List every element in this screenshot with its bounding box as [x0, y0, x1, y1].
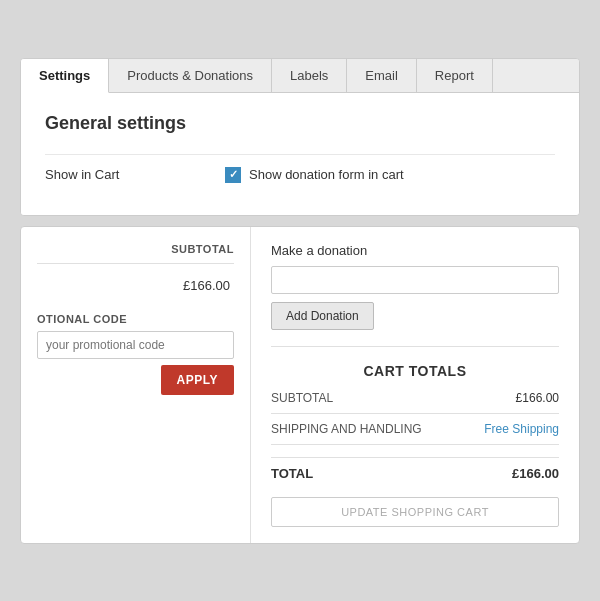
tab-email[interactable]: Email [347, 59, 417, 92]
total-row: TOTAL £166.00 [271, 457, 559, 489]
total-label: TOTAL [271, 466, 313, 481]
settings-panel: Settings Products & Donations Labels Ema… [20, 58, 580, 216]
shipping-value: Free Shipping [484, 422, 559, 436]
tabs-bar: Settings Products & Donations Labels Ema… [21, 59, 579, 93]
donation-section: Make a donation Add Donation [271, 243, 559, 347]
update-cart-button[interactable]: UPDATE SHOPPING CART [271, 497, 559, 527]
subtotal-totals-row: SUBTOTAL £166.00 [271, 391, 559, 414]
tab-report[interactable]: Report [417, 59, 493, 92]
add-donation-button[interactable]: Add Donation [271, 302, 374, 330]
cart-totals-title: CART TOTALS [271, 363, 559, 379]
promo-label: OTIONAL CODE [37, 313, 234, 325]
apply-button[interactable]: APPLY [161, 365, 234, 395]
panel-content: General settings Show in Cart Show donat… [21, 93, 579, 215]
shipping-row: SHIPPING AND HANDLING Free Shipping [271, 422, 559, 445]
promo-section: OTIONAL CODE APPLY [37, 313, 234, 395]
tab-labels[interactable]: Labels [272, 59, 347, 92]
show-in-cart-row: Show in Cart Show donation form in cart [45, 154, 555, 195]
subtotal-amount: £166.00 [37, 278, 234, 293]
page-wrapper: Settings Products & Donations Labels Ema… [20, 58, 580, 544]
cart-preview-panel: SUBTOTAL £166.00 OTIONAL CODE APPLY Make… [20, 226, 580, 544]
subtotal-row-label: SUBTOTAL [271, 391, 333, 405]
donation-input[interactable] [271, 266, 559, 294]
shipping-label: SHIPPING AND HANDLING [271, 422, 422, 436]
show-in-cart-label: Show in Cart [45, 167, 225, 182]
panel-title: General settings [45, 113, 555, 134]
show-donation-checkbox[interactable] [225, 167, 241, 183]
donation-title: Make a donation [271, 243, 559, 258]
show-donation-label: Show donation form in cart [249, 167, 404, 182]
cart-left: SUBTOTAL £166.00 OTIONAL CODE APPLY [21, 227, 251, 543]
subtotal-label: SUBTOTAL [37, 243, 234, 255]
promo-input[interactable] [37, 331, 234, 359]
tab-settings[interactable]: Settings [21, 59, 109, 93]
total-amount: £166.00 [512, 466, 559, 481]
subtotal-row-amount: £166.00 [516, 391, 559, 405]
cart-right: Make a donation Add Donation CART TOTALS… [251, 227, 579, 543]
tab-products-donations[interactable]: Products & Donations [109, 59, 272, 92]
show-donation-control: Show donation form in cart [225, 167, 404, 183]
